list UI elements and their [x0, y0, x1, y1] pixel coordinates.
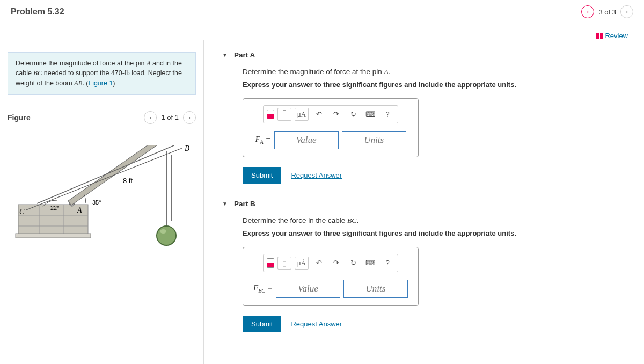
part-b-answer-row: FBC = Value Units: [248, 280, 413, 298]
fraction-tool-icon[interactable]: □□: [277, 108, 291, 121]
reset-icon[interactable]: ↻: [346, 108, 360, 121]
part-a-value-input[interactable]: Value: [274, 131, 339, 149]
svg-point-13: [157, 226, 176, 245]
part-b-input-panel: □□ μÅ ↶ ↷ ↻ ⌨ ? FBC = Value Units: [243, 247, 419, 306]
keyboard-icon[interactable]: ⌨: [363, 108, 377, 121]
reset-icon[interactable]: ↻: [346, 257, 360, 270]
keyboard-icon[interactable]: ⌨: [363, 257, 377, 270]
part-a-request-answer-link[interactable]: Request Answer: [291, 171, 342, 179]
right-column: ▼ Part A Determine the magnitude of forc…: [204, 40, 644, 365]
prev-problem-button[interactable]: ‹: [581, 5, 594, 18]
undo-icon[interactable]: ↶: [312, 108, 326, 121]
units-tool-button[interactable]: μÅ: [295, 257, 309, 270]
part-a-input-panel: □□ μÅ ↶ ↷ ↻ ⌨ ? FA = Value Units: [243, 98, 419, 157]
part-a-submit-button[interactable]: Submit: [243, 167, 281, 184]
part-b-units-input[interactable]: Units: [343, 280, 408, 298]
svg-line-9: [26, 148, 182, 210]
label-8ft: 8 ft: [123, 177, 133, 185]
problem-description: Determine the magnitude of force at the …: [8, 52, 196, 95]
part-a-question: Determine the magnitude of force at the …: [243, 68, 644, 76]
part-b-toolbar: □□ μÅ ↶ ↷ ↻ ⌨ ?: [263, 254, 398, 272]
figure-heading: Figure: [8, 113, 31, 122]
help-icon[interactable]: ?: [380, 108, 394, 121]
template-tool-icon[interactable]: [267, 110, 274, 119]
collapse-part-b-icon[interactable]: ▼: [222, 201, 228, 206]
part-a-units-input[interactable]: Units: [342, 131, 406, 149]
figure-diagram: B C A 8 ft 22° 35°: [8, 145, 196, 249]
redo-icon[interactable]: ↷: [329, 108, 343, 121]
svg-rect-5: [16, 234, 91, 238]
left-column: Determine the magnitude of force at the …: [0, 40, 204, 365]
part-a-title: Part A: [234, 51, 255, 59]
problem-title: Problem 5.32: [11, 7, 64, 17]
review-bar: Review: [0, 24, 644, 40]
part-b: ▼ Part B Determine the force in the cabl…: [204, 189, 644, 332]
part-b-actions: Submit Request Answer: [243, 316, 644, 332]
part-b-request-answer-link[interactable]: Request Answer: [291, 320, 342, 328]
part-b-title: Part B: [234, 200, 255, 208]
redo-icon[interactable]: ↷: [329, 257, 343, 270]
page-header: Problem 5.32 ‹ 3 of 3 ›: [0, 0, 644, 24]
part-a: ▼ Part A Determine the magnitude of forc…: [204, 40, 644, 184]
part-b-submit-button[interactable]: Submit: [243, 316, 281, 332]
part-a-actions: Submit Request Answer: [243, 167, 644, 184]
figure-header: Figure ‹ 1 of 1 ›: [8, 111, 196, 124]
svg-point-14: [160, 229, 166, 234]
part-a-variable-label: FA =: [255, 135, 270, 145]
part-a-toolbar: □□ μÅ ↶ ↷ ↻ ⌨ ?: [263, 105, 398, 123]
figure-prev-button[interactable]: ‹: [144, 111, 157, 124]
figure-next-button[interactable]: ›: [183, 111, 196, 124]
review-link[interactable]: Review: [596, 32, 628, 40]
main-content: Determine the magnitude of force at the …: [0, 40, 644, 365]
units-tool-button[interactable]: μÅ: [295, 108, 309, 121]
figure-link[interactable]: Figure 1: [89, 79, 113, 87]
help-icon[interactable]: ?: [380, 257, 394, 270]
svg-line-8: [37, 145, 174, 203]
label-35: 35°: [92, 199, 101, 206]
part-b-question: Determine the force in the cable BC.: [243, 216, 644, 225]
label-B: B: [185, 145, 189, 152]
part-b-value-input[interactable]: Value: [276, 280, 340, 298]
figure-pager: 1 of 1: [161, 113, 179, 121]
label-22: 22°: [50, 205, 60, 211]
label-A: A: [77, 206, 82, 214]
pager-text: 3 of 3: [598, 8, 616, 16]
undo-icon[interactable]: ↶: [312, 257, 326, 270]
fraction-tool-icon[interactable]: □□: [277, 257, 291, 270]
template-tool-icon[interactable]: [267, 258, 274, 268]
label-C: C: [19, 208, 25, 216]
part-a-answer-row: FA = Value Units: [248, 131, 413, 149]
page-nav: ‹ 3 of 3 ›: [581, 5, 633, 18]
part-b-instruction: Express your answer to three significant…: [243, 229, 644, 237]
collapse-part-a-icon[interactable]: ▼: [222, 52, 228, 57]
next-problem-button[interactable]: ›: [620, 5, 633, 18]
part-b-variable-label: FBC =: [253, 283, 273, 294]
part-a-instruction: Express your answer to three significant…: [243, 81, 644, 89]
